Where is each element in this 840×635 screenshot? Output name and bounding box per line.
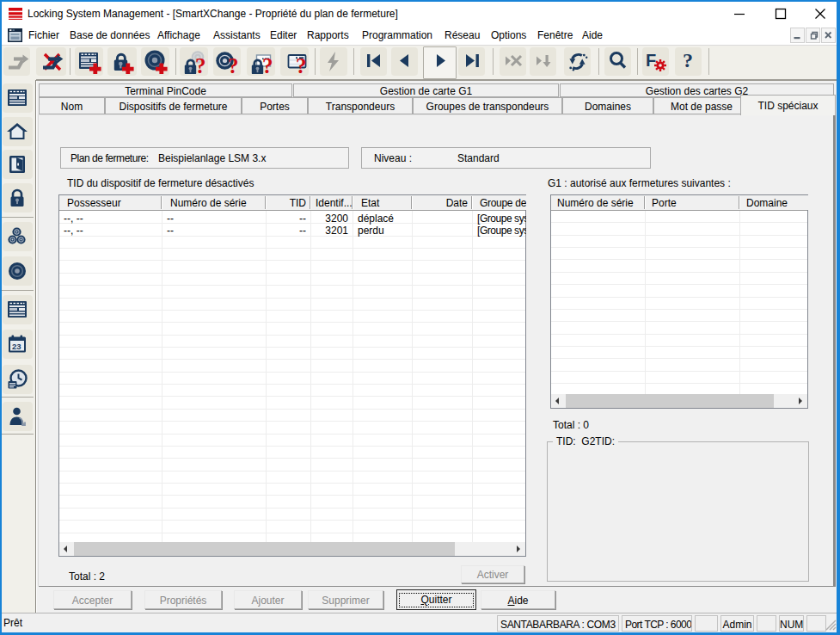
- svg-text:?: ?: [296, 54, 307, 74]
- svg-text:23: 23: [12, 342, 21, 351]
- svg-text:F: F: [646, 51, 656, 70]
- svg-text:?: ?: [683, 49, 693, 71]
- svg-text:?: ?: [228, 54, 239, 74]
- svg-text:?: ?: [195, 54, 206, 74]
- svg-text:?: ?: [262, 54, 273, 74]
